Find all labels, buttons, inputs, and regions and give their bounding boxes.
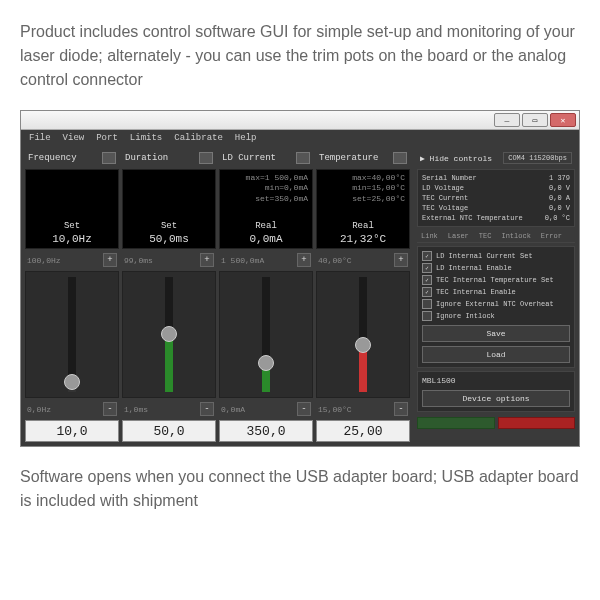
channel-readout: Set10,0Hz bbox=[25, 169, 119, 249]
checkbox-icon[interactable]: ✓ bbox=[422, 263, 432, 273]
channel-title: Duration bbox=[125, 153, 168, 163]
slider-thumb[interactable] bbox=[64, 374, 80, 390]
window-titlebar: — ▭ ✕ bbox=[21, 111, 579, 130]
device-options-button[interactable]: Device options bbox=[422, 390, 570, 407]
menu-limits[interactable]: Limits bbox=[130, 133, 162, 143]
checkbox-label: Ignore External NTC Overheat bbox=[436, 300, 554, 308]
info-row: External NTC Temperature0,0 °C bbox=[422, 214, 570, 222]
channel-ld-current: LD Currentmax=1 500,0mAmin=0,0mAset=350,… bbox=[219, 150, 313, 442]
channel-min-label: 0,0Hz bbox=[27, 405, 51, 414]
slider-thumb[interactable] bbox=[161, 326, 177, 342]
channel-readout: max=1 500,0mAmin=0,0mAset=350,0mAReal0,0… bbox=[219, 169, 313, 249]
menu-file[interactable]: File bbox=[29, 133, 51, 143]
checkbox-icon[interactable] bbox=[422, 299, 432, 309]
channel-readout: Set50,0ms bbox=[122, 169, 216, 249]
hide-controls-button[interactable]: ▶ Hide controls bbox=[420, 154, 492, 163]
tab-link[interactable]: Link bbox=[421, 232, 438, 240]
channel-slider[interactable] bbox=[219, 271, 313, 398]
channel-input[interactable]: 50,0 bbox=[122, 420, 216, 442]
maximize-button[interactable]: ▭ bbox=[522, 113, 548, 127]
channel-value: 0,0mA bbox=[224, 233, 308, 245]
menubar: File View Port Limits Calibrate Help bbox=[21, 130, 579, 146]
settings-checkboxes: ✓LD Internal Current Set✓LD Internal Ena… bbox=[417, 246, 575, 368]
channel-mode-label: Set bbox=[30, 221, 114, 231]
increment-button[interactable]: + bbox=[297, 253, 311, 267]
tab-error[interactable]: Error bbox=[541, 232, 562, 240]
channel-slider[interactable] bbox=[122, 271, 216, 398]
menu-port[interactable]: Port bbox=[96, 133, 118, 143]
channel-max-label: 40,00°C bbox=[318, 256, 352, 265]
info-value: 0,0 V bbox=[549, 204, 570, 212]
info-row: TEC Voltage0,0 V bbox=[422, 204, 570, 212]
channel-slider[interactable] bbox=[316, 271, 410, 398]
info-key: Serial Number bbox=[422, 174, 477, 182]
checkbox-label: Ignore Intlock bbox=[436, 312, 495, 320]
app-window: — ▭ ✕ File View Port Limits Calibrate He… bbox=[20, 110, 580, 447]
channel-mode-label: Set bbox=[127, 221, 211, 231]
com-port-selector[interactable]: COM4 115200bps bbox=[503, 152, 572, 164]
checkbox-label: TEC Internal Enable bbox=[436, 288, 516, 296]
channel-frequency: FrequencySet10,0Hz100,0Hz+0,0Hz-10,0 bbox=[25, 150, 119, 442]
channel-title: Temperature bbox=[319, 153, 378, 163]
decrement-button[interactable]: - bbox=[200, 402, 214, 416]
close-button[interactable]: ✕ bbox=[550, 113, 576, 127]
decrement-button[interactable]: - bbox=[394, 402, 408, 416]
tab-intlock[interactable]: Intlock bbox=[501, 232, 530, 240]
channel-lock-toggle[interactable] bbox=[393, 152, 407, 164]
stop-button[interactable] bbox=[498, 417, 576, 429]
channel-min-label: 0,0mA bbox=[221, 405, 245, 414]
channel-slider[interactable] bbox=[25, 271, 119, 398]
checkbox-icon[interactable]: ✓ bbox=[422, 251, 432, 261]
decrement-button[interactable]: - bbox=[103, 402, 117, 416]
channel-min-label: 1,0ms bbox=[124, 405, 148, 414]
channel-lock-toggle[interactable] bbox=[296, 152, 310, 164]
channel-temperature: Temperaturemax=40,00°Cmin=15,00°Cset=25,… bbox=[316, 150, 410, 442]
info-value: 0,0 °C bbox=[545, 214, 570, 222]
main-area: FrequencySet10,0Hz100,0Hz+0,0Hz-10,0Dura… bbox=[21, 146, 579, 446]
checkbox-icon[interactable]: ✓ bbox=[422, 275, 432, 285]
menu-help[interactable]: Help bbox=[235, 133, 257, 143]
increment-button[interactable]: + bbox=[200, 253, 214, 267]
tab-tec[interactable]: TEC bbox=[479, 232, 492, 240]
channel-value: 21,32°C bbox=[321, 233, 405, 245]
decrement-button[interactable]: - bbox=[297, 402, 311, 416]
start-button[interactable] bbox=[417, 417, 495, 429]
minimize-button[interactable]: — bbox=[494, 113, 520, 127]
menu-calibrate[interactable]: Calibrate bbox=[174, 133, 223, 143]
channel-input[interactable]: 350,0 bbox=[219, 420, 313, 442]
tab-laser[interactable]: Laser bbox=[448, 232, 469, 240]
channel-lock-toggle[interactable] bbox=[102, 152, 116, 164]
info-value: 1 379 bbox=[549, 174, 570, 182]
settings-checkbox-row[interactable]: ✓LD Internal Current Set bbox=[422, 251, 570, 261]
info-key: TEC Current bbox=[422, 194, 468, 202]
settings-checkbox-row[interactable]: Ignore External NTC Overheat bbox=[422, 299, 570, 309]
checkbox-icon[interactable]: ✓ bbox=[422, 287, 432, 297]
increment-button[interactable]: + bbox=[394, 253, 408, 267]
outro-paragraph: Software opens when you connect the USB … bbox=[20, 465, 580, 513]
right-panel: ▶ Hide controls COM4 115200bps Serial Nu… bbox=[417, 150, 575, 442]
settings-checkbox-row[interactable]: ✓LD Internal Enable bbox=[422, 263, 570, 273]
channel-input[interactable]: 10,0 bbox=[25, 420, 119, 442]
settings-checkbox-row[interactable]: Ignore Intlock bbox=[422, 311, 570, 321]
info-row: TEC Current0,0 A bbox=[422, 194, 570, 202]
checkbox-label: TEC Internal Temperature Set bbox=[436, 276, 554, 284]
checkbox-icon[interactable] bbox=[422, 311, 432, 321]
channel-max-label: 100,0Hz bbox=[27, 256, 61, 265]
channel-lock-toggle[interactable] bbox=[199, 152, 213, 164]
settings-checkbox-row[interactable]: ✓TEC Internal Enable bbox=[422, 287, 570, 297]
info-key: External NTC Temperature bbox=[422, 214, 523, 222]
channel-max-label: 99,0ms bbox=[124, 256, 153, 265]
increment-button[interactable]: + bbox=[103, 253, 117, 267]
save-button[interactable]: Save bbox=[422, 325, 570, 342]
load-button[interactable]: Load bbox=[422, 346, 570, 363]
menu-view[interactable]: View bbox=[63, 133, 85, 143]
intro-paragraph: Product includes control software GUI fo… bbox=[20, 20, 580, 92]
settings-checkbox-row[interactable]: ✓TEC Internal Temperature Set bbox=[422, 275, 570, 285]
checkbox-label: LD Internal Enable bbox=[436, 264, 512, 272]
channel-mode-label: Real bbox=[321, 221, 405, 231]
info-key: LD Voltage bbox=[422, 184, 464, 192]
slider-thumb[interactable] bbox=[258, 355, 274, 371]
info-row: Serial Number1 379 bbox=[422, 174, 570, 182]
slider-thumb[interactable] bbox=[355, 337, 371, 353]
channel-input[interactable]: 25,00 bbox=[316, 420, 410, 442]
